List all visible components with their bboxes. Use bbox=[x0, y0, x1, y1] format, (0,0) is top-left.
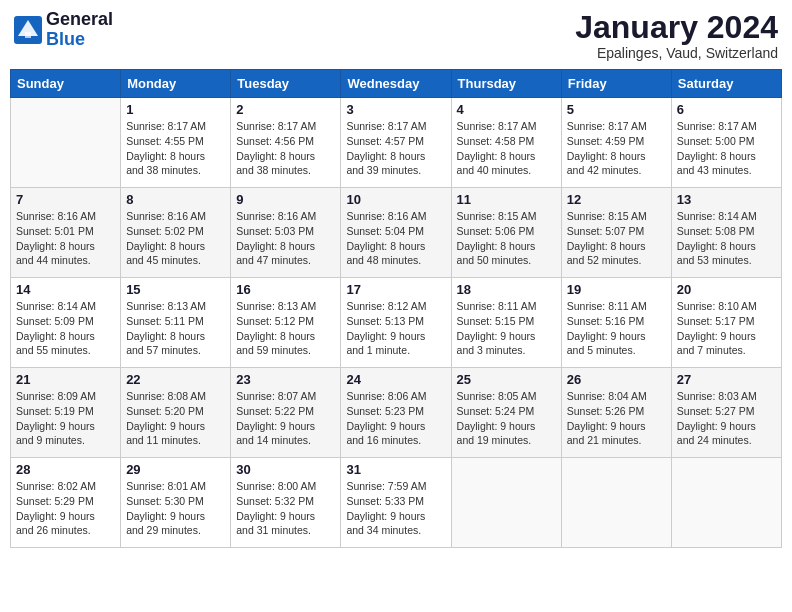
day-info: Sunrise: 8:01 AMSunset: 5:30 PMDaylight:… bbox=[126, 479, 225, 538]
title-block: January 2024 Epalinges, Vaud, Switzerlan… bbox=[575, 10, 778, 61]
day-number: 19 bbox=[567, 282, 666, 297]
calendar-cell: 8Sunrise: 8:16 AMSunset: 5:02 PMDaylight… bbox=[121, 188, 231, 278]
calendar-cell: 5Sunrise: 8:17 AMSunset: 4:59 PMDaylight… bbox=[561, 98, 671, 188]
calendar-cell: 22Sunrise: 8:08 AMSunset: 5:20 PMDayligh… bbox=[121, 368, 231, 458]
day-number: 5 bbox=[567, 102, 666, 117]
calendar-cell: 19Sunrise: 8:11 AMSunset: 5:16 PMDayligh… bbox=[561, 278, 671, 368]
calendar-cell: 27Sunrise: 8:03 AMSunset: 5:27 PMDayligh… bbox=[671, 368, 781, 458]
location-subtitle: Epalinges, Vaud, Switzerland bbox=[575, 45, 778, 61]
day-number: 12 bbox=[567, 192, 666, 207]
calendar-cell: 30Sunrise: 8:00 AMSunset: 5:32 PMDayligh… bbox=[231, 458, 341, 548]
calendar-cell bbox=[11, 98, 121, 188]
calendar-cell: 21Sunrise: 8:09 AMSunset: 5:19 PMDayligh… bbox=[11, 368, 121, 458]
logo-icon bbox=[14, 16, 42, 44]
weekday-header-wednesday: Wednesday bbox=[341, 70, 451, 98]
day-info: Sunrise: 7:59 AMSunset: 5:33 PMDaylight:… bbox=[346, 479, 445, 538]
day-number: 21 bbox=[16, 372, 115, 387]
day-number: 3 bbox=[346, 102, 445, 117]
calendar-cell: 13Sunrise: 8:14 AMSunset: 5:08 PMDayligh… bbox=[671, 188, 781, 278]
day-info: Sunrise: 8:17 AMSunset: 4:55 PMDaylight:… bbox=[126, 119, 225, 178]
day-info: Sunrise: 8:17 AMSunset: 5:00 PMDaylight:… bbox=[677, 119, 776, 178]
day-number: 20 bbox=[677, 282, 776, 297]
calendar-cell: 14Sunrise: 8:14 AMSunset: 5:09 PMDayligh… bbox=[11, 278, 121, 368]
day-info: Sunrise: 8:15 AMSunset: 5:07 PMDaylight:… bbox=[567, 209, 666, 268]
calendar-cell: 24Sunrise: 8:06 AMSunset: 5:23 PMDayligh… bbox=[341, 368, 451, 458]
calendar-cell: 31Sunrise: 7:59 AMSunset: 5:33 PMDayligh… bbox=[341, 458, 451, 548]
calendar-cell: 7Sunrise: 8:16 AMSunset: 5:01 PMDaylight… bbox=[11, 188, 121, 278]
weekday-header-friday: Friday bbox=[561, 70, 671, 98]
calendar-cell: 25Sunrise: 8:05 AMSunset: 5:24 PMDayligh… bbox=[451, 368, 561, 458]
calendar-cell bbox=[561, 458, 671, 548]
day-info: Sunrise: 8:07 AMSunset: 5:22 PMDaylight:… bbox=[236, 389, 335, 448]
day-number: 18 bbox=[457, 282, 556, 297]
calendar-cell: 29Sunrise: 8:01 AMSunset: 5:30 PMDayligh… bbox=[121, 458, 231, 548]
day-info: Sunrise: 8:08 AMSunset: 5:20 PMDaylight:… bbox=[126, 389, 225, 448]
day-number: 22 bbox=[126, 372, 225, 387]
day-number: 17 bbox=[346, 282, 445, 297]
calendar-cell: 28Sunrise: 8:02 AMSunset: 5:29 PMDayligh… bbox=[11, 458, 121, 548]
day-number: 9 bbox=[236, 192, 335, 207]
day-info: Sunrise: 8:02 AMSunset: 5:29 PMDaylight:… bbox=[16, 479, 115, 538]
day-number: 23 bbox=[236, 372, 335, 387]
day-info: Sunrise: 8:10 AMSunset: 5:17 PMDaylight:… bbox=[677, 299, 776, 358]
calendar-cell: 6Sunrise: 8:17 AMSunset: 5:00 PMDaylight… bbox=[671, 98, 781, 188]
calendar-cell: 10Sunrise: 8:16 AMSunset: 5:04 PMDayligh… bbox=[341, 188, 451, 278]
day-info: Sunrise: 8:14 AMSunset: 5:09 PMDaylight:… bbox=[16, 299, 115, 358]
day-info: Sunrise: 8:17 AMSunset: 4:59 PMDaylight:… bbox=[567, 119, 666, 178]
weekday-header-monday: Monday bbox=[121, 70, 231, 98]
day-number: 27 bbox=[677, 372, 776, 387]
calendar-cell bbox=[671, 458, 781, 548]
day-number: 1 bbox=[126, 102, 225, 117]
day-number: 25 bbox=[457, 372, 556, 387]
day-info: Sunrise: 8:05 AMSunset: 5:24 PMDaylight:… bbox=[457, 389, 556, 448]
week-row-3: 14Sunrise: 8:14 AMSunset: 5:09 PMDayligh… bbox=[11, 278, 782, 368]
day-info: Sunrise: 8:17 AMSunset: 4:58 PMDaylight:… bbox=[457, 119, 556, 178]
day-number: 30 bbox=[236, 462, 335, 477]
day-number: 6 bbox=[677, 102, 776, 117]
weekday-header-sunday: Sunday bbox=[11, 70, 121, 98]
calendar-table: SundayMondayTuesdayWednesdayThursdayFrid… bbox=[10, 69, 782, 548]
day-info: Sunrise: 8:09 AMSunset: 5:19 PMDaylight:… bbox=[16, 389, 115, 448]
calendar-cell: 26Sunrise: 8:04 AMSunset: 5:26 PMDayligh… bbox=[561, 368, 671, 458]
day-info: Sunrise: 8:13 AMSunset: 5:11 PMDaylight:… bbox=[126, 299, 225, 358]
day-info: Sunrise: 8:16 AMSunset: 5:04 PMDaylight:… bbox=[346, 209, 445, 268]
logo: General Blue bbox=[14, 10, 113, 50]
day-number: 13 bbox=[677, 192, 776, 207]
day-number: 31 bbox=[346, 462, 445, 477]
day-info: Sunrise: 8:06 AMSunset: 5:23 PMDaylight:… bbox=[346, 389, 445, 448]
calendar-cell: 18Sunrise: 8:11 AMSunset: 5:15 PMDayligh… bbox=[451, 278, 561, 368]
calendar-cell: 9Sunrise: 8:16 AMSunset: 5:03 PMDaylight… bbox=[231, 188, 341, 278]
day-number: 2 bbox=[236, 102, 335, 117]
calendar-cell: 4Sunrise: 8:17 AMSunset: 4:58 PMDaylight… bbox=[451, 98, 561, 188]
day-info: Sunrise: 8:04 AMSunset: 5:26 PMDaylight:… bbox=[567, 389, 666, 448]
calendar-cell: 17Sunrise: 8:12 AMSunset: 5:13 PMDayligh… bbox=[341, 278, 451, 368]
calendar-cell: 11Sunrise: 8:15 AMSunset: 5:06 PMDayligh… bbox=[451, 188, 561, 278]
day-number: 11 bbox=[457, 192, 556, 207]
calendar-cell: 1Sunrise: 8:17 AMSunset: 4:55 PMDaylight… bbox=[121, 98, 231, 188]
weekday-header-thursday: Thursday bbox=[451, 70, 561, 98]
day-number: 16 bbox=[236, 282, 335, 297]
weekday-header-saturday: Saturday bbox=[671, 70, 781, 98]
calendar-cell: 15Sunrise: 8:13 AMSunset: 5:11 PMDayligh… bbox=[121, 278, 231, 368]
calendar-cell: 3Sunrise: 8:17 AMSunset: 4:57 PMDaylight… bbox=[341, 98, 451, 188]
day-info: Sunrise: 8:14 AMSunset: 5:08 PMDaylight:… bbox=[677, 209, 776, 268]
header: General Blue January 2024 Epalinges, Vau… bbox=[10, 10, 782, 61]
day-info: Sunrise: 8:13 AMSunset: 5:12 PMDaylight:… bbox=[236, 299, 335, 358]
day-number: 10 bbox=[346, 192, 445, 207]
day-number: 7 bbox=[16, 192, 115, 207]
day-number: 29 bbox=[126, 462, 225, 477]
weekday-header-tuesday: Tuesday bbox=[231, 70, 341, 98]
calendar-cell: 20Sunrise: 8:10 AMSunset: 5:17 PMDayligh… bbox=[671, 278, 781, 368]
week-row-2: 7Sunrise: 8:16 AMSunset: 5:01 PMDaylight… bbox=[11, 188, 782, 278]
month-title: January 2024 bbox=[575, 10, 778, 45]
day-info: Sunrise: 8:17 AMSunset: 4:56 PMDaylight:… bbox=[236, 119, 335, 178]
day-number: 4 bbox=[457, 102, 556, 117]
day-number: 8 bbox=[126, 192, 225, 207]
day-info: Sunrise: 8:16 AMSunset: 5:01 PMDaylight:… bbox=[16, 209, 115, 268]
week-row-5: 28Sunrise: 8:02 AMSunset: 5:29 PMDayligh… bbox=[11, 458, 782, 548]
calendar-cell bbox=[451, 458, 561, 548]
day-number: 14 bbox=[16, 282, 115, 297]
weekday-header-row: SundayMondayTuesdayWednesdayThursdayFrid… bbox=[11, 70, 782, 98]
week-row-4: 21Sunrise: 8:09 AMSunset: 5:19 PMDayligh… bbox=[11, 368, 782, 458]
day-info: Sunrise: 8:00 AMSunset: 5:32 PMDaylight:… bbox=[236, 479, 335, 538]
